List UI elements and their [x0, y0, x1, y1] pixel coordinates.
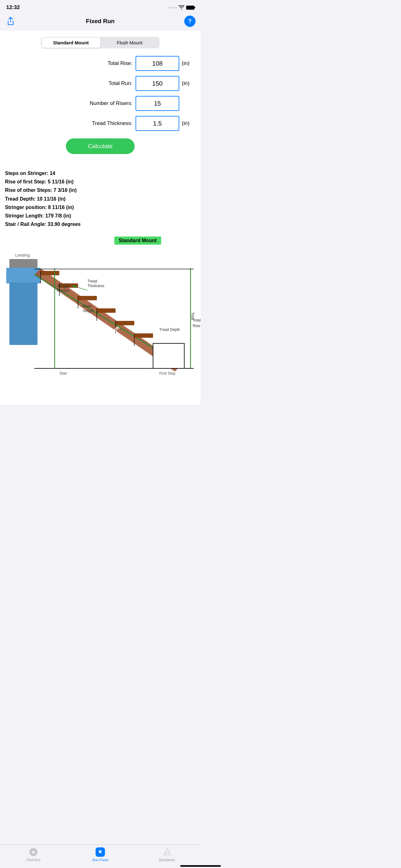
total-run-input[interactable]: [136, 76, 179, 91]
result-rise-first-step: Rise of first Step: 5 11/16 (in): [5, 178, 196, 186]
wifi-icon: [179, 5, 184, 10]
svg-rect-15: [115, 321, 134, 325]
share-button[interactable]: [5, 16, 16, 27]
signal-icon: [168, 7, 177, 8]
tread-thickness-input[interactable]: [136, 116, 179, 131]
svg-text:Total: Total: [193, 318, 201, 322]
battery-icon: [186, 6, 194, 10]
status-bar: 12:32: [0, 0, 201, 13]
page-title: Fixed Run: [86, 18, 114, 25]
svg-text:Stair: Stair: [59, 371, 67, 376]
results-section: Steps on Stringer: 14 Rise of first Step…: [0, 166, 201, 234]
tread-thickness-row: Tread Thickness: (in): [7, 116, 193, 131]
svg-rect-3: [9, 282, 37, 345]
total-run-row: Total Run: (in): [7, 76, 193, 91]
total-run-label: Total Run:: [70, 80, 132, 87]
result-stringer-length: Stringer Length: 179 7/8 (in): [5, 212, 196, 220]
svg-text:Rise: Rise: [193, 324, 200, 328]
total-rise-row: Total Rise: (in): [7, 56, 193, 71]
result-steps-on-stringer: Steps on Stringer: 14: [5, 169, 196, 178]
num-risers-input[interactable]: [136, 96, 179, 111]
diagram-title: Standard Mount: [114, 237, 161, 245]
svg-text:Tread Depth: Tread Depth: [159, 328, 180, 332]
result-tread-depth: Tread Depth: 10 11/16 (in): [5, 195, 196, 203]
main-content: Standard Mount Flush Mount Total Rise: (…: [0, 31, 201, 166]
svg-text:Positon: Positon: [57, 288, 69, 293]
svg-text:Landing: Landing: [15, 253, 30, 257]
stair-diagram: Standard Mount Landing: [0, 234, 201, 405]
total-rise-unit: (in): [182, 60, 193, 67]
result-stringer-position: Stringer position: 8 11/16 (in): [5, 203, 196, 212]
nav-bar: Fixed Run ?: [0, 13, 201, 31]
svg-rect-11: [78, 296, 97, 300]
num-risers-row: Number of Risers:: [7, 96, 193, 111]
svg-text:First Step: First Step: [159, 371, 175, 376]
tread-thickness-label: Tread Thickness:: [70, 120, 132, 127]
svg-rect-17: [134, 333, 153, 338]
help-button[interactable]: ?: [184, 16, 196, 27]
result-rise-other-steps: Rise of other Steps: 7 3/16 (in): [5, 186, 196, 194]
svg-text:Tread: Tread: [88, 279, 97, 283]
total-rise-label: Total Rise:: [70, 60, 132, 67]
tread-thickness-unit: (in): [182, 120, 193, 127]
mount-type-selector[interactable]: Standard Mount Flush Mount: [41, 37, 160, 49]
svg-rect-1: [9, 259, 37, 269]
svg-text:Thickness: Thickness: [88, 284, 104, 288]
num-risers-label: Number of Risers:: [70, 100, 132, 106]
stair-svg-diagram: Landing: [0, 250, 201, 400]
svg-rect-7: [41, 271, 59, 275]
calculate-button[interactable]: Calculate: [66, 138, 135, 154]
result-rail-angle: Stair / Rail Angle: 33.90 degrees: [5, 220, 196, 228]
svg-rect-13: [97, 308, 115, 313]
svg-text:Height: Height: [83, 309, 94, 313]
total-rise-input[interactable]: [136, 56, 179, 71]
svg-text:Stringer: Stringer: [57, 284, 70, 288]
standard-mount-tab[interactable]: Standard Mount: [41, 37, 100, 48]
total-run-unit: (in): [182, 80, 193, 87]
status-time: 12:32: [6, 4, 20, 11]
svg-rect-24: [153, 343, 184, 368]
svg-text:Riser: Riser: [83, 304, 92, 308]
status-icons: [168, 5, 194, 10]
flush-mount-tab[interactable]: Flush Mount: [100, 37, 159, 48]
